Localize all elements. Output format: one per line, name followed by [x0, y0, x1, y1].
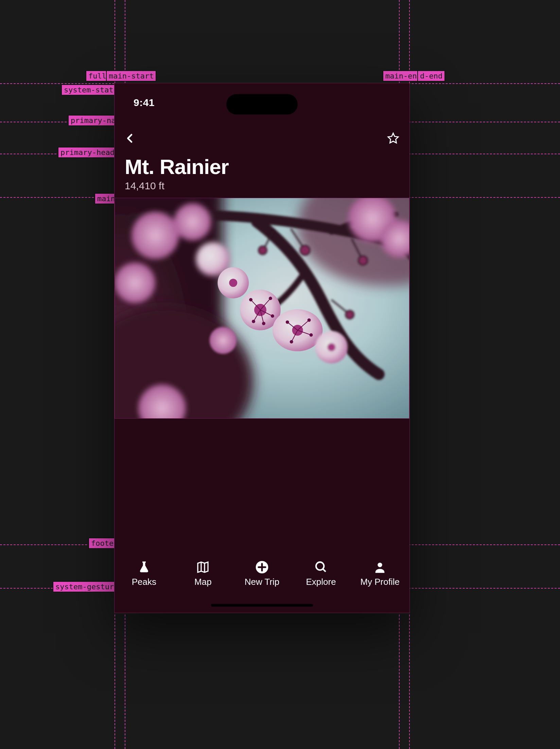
favorite-button[interactable]: [387, 132, 399, 144]
person-icon: [373, 560, 387, 574]
star-outline-icon: [387, 132, 399, 144]
tab-map[interactable]: Map: [174, 560, 233, 587]
svg-marker-0: [388, 133, 398, 143]
page-title: Mt. Rainier: [125, 155, 399, 179]
map-icon: [196, 560, 210, 574]
guide-label-fullbleed-end: d-end: [417, 70, 445, 82]
guide-label-main-end: main-end: [383, 70, 424, 82]
guide-label-main-start: main-start: [106, 70, 156, 82]
tab-explore[interactable]: Explore: [292, 560, 351, 587]
status-bar: 9:41: [115, 83, 409, 122]
svg-rect-47: [115, 198, 409, 418]
tab-label: Peaks: [132, 577, 156, 587]
plus-circle-icon: [255, 560, 269, 574]
svg-line-50: [323, 569, 326, 572]
tab-new-trip[interactable]: New Trip: [232, 560, 292, 587]
primary-nav: [115, 122, 409, 155]
home-indicator[interactable]: [211, 604, 313, 607]
tab-label: New Trip: [245, 577, 280, 587]
search-icon: [314, 560, 328, 574]
svg-point-49: [316, 562, 324, 570]
hero-image: [115, 198, 409, 419]
device-frame: 9:41 Mt. Rainier 14,410 ft: [114, 83, 410, 613]
tab-peaks[interactable]: Peaks: [115, 560, 174, 587]
tab-bar: Peaks Map New Trip Explore My Profile: [115, 554, 409, 613]
primary-header: Mt. Rainier 14,410 ft: [115, 155, 409, 198]
tab-label: My Profile: [360, 577, 400, 587]
chevron-left-icon: [125, 132, 136, 145]
guide-label-fullbleed-start: fullb: [86, 70, 113, 82]
svg-point-51: [378, 563, 382, 567]
tab-my-profile[interactable]: My Profile: [350, 560, 409, 587]
status-time: 9:41: [134, 97, 155, 108]
dynamic-island: [226, 94, 298, 115]
tab-label: Explore: [306, 577, 336, 587]
back-button[interactable]: [125, 132, 136, 145]
page-subtitle: 14,410 ft: [125, 180, 399, 192]
tab-label: Map: [194, 577, 212, 587]
flask-icon: [137, 560, 151, 574]
